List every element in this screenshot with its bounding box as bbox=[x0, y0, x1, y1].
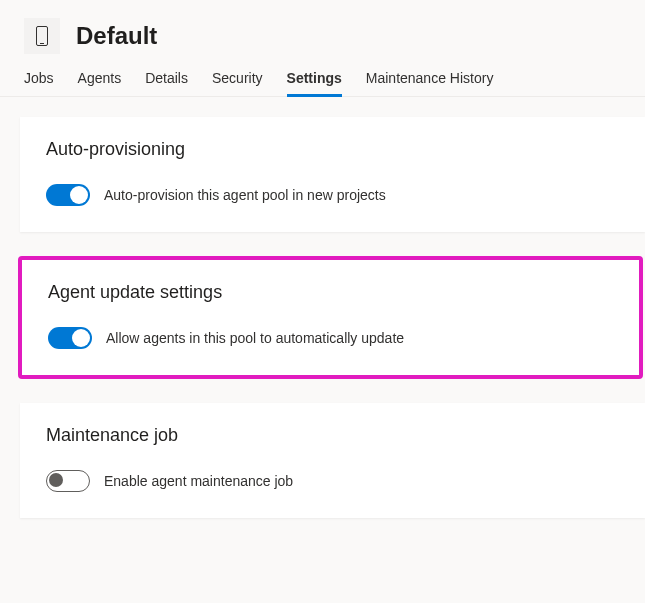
tab-jobs[interactable]: Jobs bbox=[24, 70, 54, 96]
maintenance-job-toggle-label: Enable agent maintenance job bbox=[104, 473, 293, 489]
agent-update-toggle[interactable] bbox=[48, 327, 92, 349]
tab-settings[interactable]: Settings bbox=[287, 70, 342, 96]
agent-update-toggle-label: Allow agents in this pool to automatical… bbox=[106, 330, 404, 346]
agent-update-title: Agent update settings bbox=[48, 282, 613, 303]
maintenance-job-card: Maintenance job Enable agent maintenance… bbox=[20, 403, 645, 518]
agent-pool-icon bbox=[24, 18, 60, 54]
agent-update-card: Agent update settings Allow agents in th… bbox=[22, 260, 639, 375]
tab-agents[interactable]: Agents bbox=[78, 70, 122, 96]
tab-maintenance-history[interactable]: Maintenance History bbox=[366, 70, 494, 96]
tab-details[interactable]: Details bbox=[145, 70, 188, 96]
page-title: Default bbox=[76, 22, 157, 50]
maintenance-job-toggle[interactable] bbox=[46, 470, 90, 492]
auto-provision-toggle-label: Auto-provision this agent pool in new pr… bbox=[104, 187, 386, 203]
auto-provisioning-title: Auto-provisioning bbox=[46, 139, 619, 160]
auto-provision-toggle[interactable] bbox=[46, 184, 90, 206]
tab-bar: Jobs Agents Details Security Settings Ma… bbox=[0, 60, 645, 97]
agent-update-highlight: Agent update settings Allow agents in th… bbox=[18, 256, 643, 379]
auto-provisioning-card: Auto-provisioning Auto-provision this ag… bbox=[20, 117, 645, 232]
maintenance-job-title: Maintenance job bbox=[46, 425, 619, 446]
tab-security[interactable]: Security bbox=[212, 70, 263, 96]
